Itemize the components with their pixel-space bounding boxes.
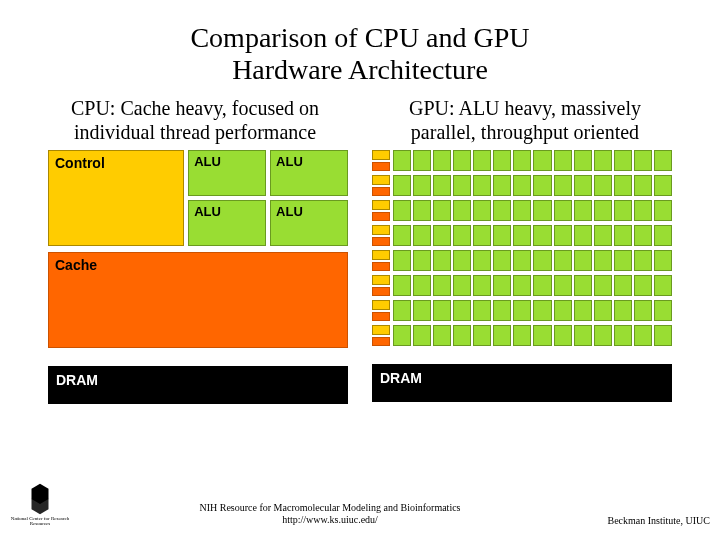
cpu-alu-block: ALU — [270, 150, 348, 196]
gpu-control-block — [372, 325, 390, 335]
gpu-alu-block — [554, 225, 572, 246]
gpu-alu-block — [433, 200, 451, 221]
gpu-alu-block — [554, 200, 572, 221]
diagram-row: Control ALU ALU ALU ALU Cache DRAM DRAM — [0, 150, 720, 404]
gpu-alu-block — [393, 325, 411, 346]
gpu-alu-block — [433, 225, 451, 246]
gpu-alu-block — [594, 300, 612, 321]
gpu-cache-block — [372, 312, 390, 322]
gpu-alu-block — [634, 300, 652, 321]
ncrr-logo-icon — [23, 482, 57, 516]
gpu-row — [372, 150, 672, 171]
gpu-alu-block — [413, 200, 431, 221]
cpu-dram-block: DRAM — [48, 366, 348, 404]
footer-resource-line1: NIH Resource for Macromolecular Modeling… — [199, 502, 460, 513]
gpu-alu-block — [654, 200, 672, 221]
cpu-cache-block: Cache — [48, 252, 348, 348]
gpu-alu-block — [413, 275, 431, 296]
gpu-alu-block — [574, 175, 592, 196]
gpu-alu-block — [513, 150, 531, 171]
gpu-alu-block — [393, 200, 411, 221]
gpu-alu-block — [594, 225, 612, 246]
gpu-alu-block — [393, 225, 411, 246]
gpu-alu-block — [473, 275, 491, 296]
gpu-alu-block — [493, 150, 511, 171]
title-line-2: Hardware Architecture — [232, 54, 488, 85]
gpu-alu-block — [634, 150, 652, 171]
gpu-alu-block — [413, 250, 431, 271]
gpu-control-cache-stack — [372, 150, 390, 171]
slide-title: Comparison of CPU and GPU Hardware Archi… — [0, 22, 720, 86]
gpu-alu-block — [574, 325, 592, 346]
gpu-cache-block — [372, 337, 390, 347]
gpu-alu-block — [533, 300, 551, 321]
gpu-control-block — [372, 200, 390, 210]
gpu-alu-block — [594, 175, 612, 196]
gpu-alu-block — [393, 250, 411, 271]
cpu-alu-block: ALU — [188, 150, 266, 196]
gpu-alu-block — [513, 200, 531, 221]
gpu-control-cache-stack — [372, 325, 390, 346]
cpu-alu-grid: ALU ALU ALU ALU — [188, 150, 348, 246]
gpu-alu-block — [574, 200, 592, 221]
gpu-control-cache-stack — [372, 275, 390, 296]
gpu-alu-block — [453, 250, 471, 271]
gpu-alu-block — [473, 175, 491, 196]
gpu-row — [372, 175, 672, 196]
gpu-alu-row — [393, 325, 672, 346]
title-line-1: Comparison of CPU and GPU — [190, 22, 529, 53]
gpu-alu-block — [554, 150, 572, 171]
gpu-control-cache-stack — [372, 300, 390, 321]
gpu-control-cache-stack — [372, 225, 390, 246]
gpu-control-cache-stack — [372, 200, 390, 221]
gpu-cache-block — [372, 262, 390, 272]
gpu-alu-block — [594, 250, 612, 271]
gpu-alu-block — [453, 300, 471, 321]
gpu-alu-block — [433, 275, 451, 296]
gpu-alu-block — [433, 250, 451, 271]
gpu-alu-block — [614, 275, 632, 296]
gpu-alu-block — [493, 275, 511, 296]
gpu-alu-block — [594, 325, 612, 346]
gpu-alu-block — [614, 325, 632, 346]
gpu-row — [372, 275, 672, 296]
gpu-alu-block — [554, 275, 572, 296]
gpu-alu-block — [453, 325, 471, 346]
footer-resource-line2: http://www.ks.uiuc.edu/ — [282, 514, 378, 525]
gpu-rows-container — [372, 150, 672, 346]
gpu-alu-block — [473, 150, 491, 171]
cpu-diagram: Control ALU ALU ALU ALU Cache DRAM — [48, 150, 348, 404]
gpu-alu-block — [473, 325, 491, 346]
gpu-cache-block — [372, 237, 390, 247]
gpu-alu-block — [594, 275, 612, 296]
gpu-alu-block — [453, 275, 471, 296]
gpu-alu-block — [654, 325, 672, 346]
gpu-alu-block — [453, 175, 471, 196]
gpu-alu-row — [393, 300, 672, 321]
gpu-dram-block: DRAM — [372, 364, 672, 402]
gpu-alu-block — [533, 325, 551, 346]
gpu-alu-block — [594, 200, 612, 221]
gpu-diagram: DRAM — [372, 150, 672, 404]
gpu-alu-block — [453, 225, 471, 246]
cpu-top-row: Control ALU ALU ALU ALU — [48, 150, 348, 246]
gpu-alu-block — [634, 200, 652, 221]
gpu-alu-row — [393, 275, 672, 296]
gpu-alu-block — [493, 225, 511, 246]
gpu-alu-block — [453, 200, 471, 221]
gpu-alu-block — [473, 250, 491, 271]
gpu-alu-block — [654, 175, 672, 196]
gpu-alu-block — [574, 300, 592, 321]
gpu-alu-block — [433, 325, 451, 346]
gpu-alu-block — [574, 275, 592, 296]
footer-right: Beckman Institute, UIUC — [590, 515, 710, 526]
gpu-alu-block — [614, 150, 632, 171]
gpu-alu-block — [614, 225, 632, 246]
gpu-alu-block — [493, 300, 511, 321]
gpu-alu-block — [513, 325, 531, 346]
gpu-alu-block — [654, 275, 672, 296]
gpu-alu-block — [393, 300, 411, 321]
gpu-control-block — [372, 275, 390, 285]
gpu-control-block — [372, 225, 390, 235]
gpu-subtitle: GPU: ALU heavy, massively parallel, thro… — [375, 96, 675, 144]
